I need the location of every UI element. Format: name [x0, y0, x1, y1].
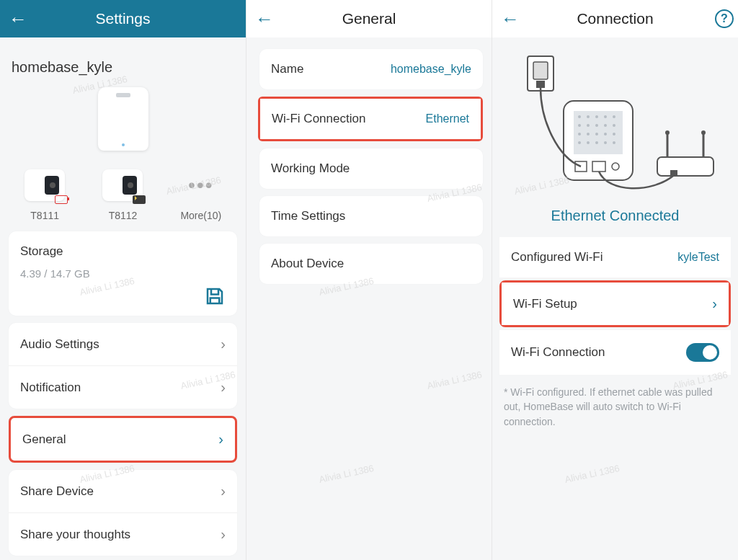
storage-card[interactable]: Storage 4.39 / 14.7 GB: [9, 231, 237, 316]
chevron-right-icon: ›: [221, 379, 226, 396]
svg-point-17: [595, 133, 598, 135]
svg-point-18: [604, 133, 607, 135]
row-wifi-connection-toggle: Wi-Fi Connection: [499, 330, 731, 375]
svg-point-22: [595, 141, 598, 144]
wifi-toggle[interactable]: [686, 343, 719, 362]
svg-point-21: [587, 141, 590, 144]
svg-point-10: [578, 124, 581, 127]
svg-point-32: [701, 130, 706, 135]
svg-point-6: [587, 115, 590, 118]
device-label: T8112: [109, 210, 138, 221]
svg-rect-1: [533, 62, 548, 79]
svg-point-15: [578, 133, 581, 135]
homebase-illustration: [0, 83, 246, 162]
camera-icon: [25, 169, 65, 201]
svg-point-9: [613, 115, 615, 118]
row-configured-wifi[interactable]: Configured Wi-Fi kyleTest: [499, 237, 731, 277]
back-icon[interactable]: ←: [9, 8, 27, 30]
svg-point-27: [612, 163, 619, 170]
battery-low-icon: [55, 195, 68, 204]
connection-status: Ethernet Connected: [492, 205, 738, 234]
general-title: General: [342, 10, 396, 27]
more-icon: •••: [181, 169, 221, 201]
svg-rect-26: [592, 161, 605, 172]
row-name[interactable]: Name homebase_kyle: [259, 49, 483, 89]
device-more[interactable]: ••• More(10): [169, 169, 234, 221]
storage-title: Storage: [20, 244, 63, 259]
svg-point-24: [613, 141, 615, 144]
settings-list: Audio Settings › Notification ›: [9, 323, 237, 409]
connection-header: ← Connection ?: [492, 0, 738, 37]
svg-point-19: [613, 133, 615, 135]
row-share-device[interactable]: Share Device ›: [9, 470, 237, 512]
settings-header: ← Settings: [0, 0, 246, 37]
device-item[interactable]: T8111: [12, 169, 77, 221]
chevron-right-icon: ›: [712, 295, 717, 312]
connection-title: Connection: [577, 10, 653, 27]
row-about-device[interactable]: About Device: [259, 244, 483, 284]
svg-point-31: [665, 130, 670, 135]
watermark: Alivia Li 1386: [426, 369, 483, 391]
general-header: ← General: [246, 0, 492, 37]
chevron-right-icon: ›: [221, 483, 226, 499]
back-icon[interactable]: ←: [255, 8, 274, 30]
svg-point-11: [587, 124, 590, 127]
svg-rect-28: [657, 157, 713, 176]
svg-rect-4: [574, 111, 623, 154]
device-label: T8111: [30, 210, 59, 221]
device-item[interactable]: T8112: [90, 169, 155, 221]
svg-point-20: [578, 141, 581, 144]
svg-point-14: [613, 124, 615, 127]
svg-point-23: [604, 141, 607, 144]
connection-illustration: [492, 37, 738, 205]
row-audio-settings[interactable]: Audio Settings ›: [9, 323, 237, 365]
settings-title: Settings: [96, 10, 151, 27]
row-share-thoughts[interactable]: Share your thoughts ›: [9, 512, 237, 556]
svg-rect-2: [536, 81, 545, 88]
wifi-footnote: * Wi-Fi configured. If ethernet cable wa…: [492, 378, 738, 436]
camera-icon: [102, 169, 143, 201]
wifi-value: Ethernet: [426, 112, 469, 125]
name-value: homebase_kyle: [391, 63, 471, 76]
svg-point-16: [587, 133, 590, 135]
back-icon[interactable]: ←: [501, 8, 520, 30]
row-wifi-setup[interactable]: Wi-Fi Setup ›: [499, 280, 731, 327]
save-icon[interactable]: [204, 285, 226, 307]
configured-wifi-value: kyleTest: [677, 251, 719, 264]
chevron-right-icon: ›: [218, 431, 223, 448]
row-time-settings[interactable]: Time Settings: [259, 196, 483, 236]
svg-point-5: [578, 115, 581, 118]
chevron-right-icon: ›: [221, 526, 226, 543]
watermark: Alivia Li 1386: [318, 463, 375, 485]
device-name: homebase_kyle: [0, 37, 246, 83]
svg-point-8: [604, 115, 607, 118]
row-notification[interactable]: Notification ›: [9, 365, 237, 409]
sub-device-row: T8111 T8112 ••• More(10): [0, 162, 246, 224]
device-label: More(10): [180, 210, 221, 221]
svg-point-13: [604, 124, 607, 127]
connection-panel: ← Connection ?: [492, 0, 738, 560]
settings-list-2: Share Device › Share your thoughts ›: [9, 470, 237, 556]
svg-point-12: [595, 124, 598, 127]
storage-usage: 4.39 / 14.7 GB: [9, 267, 237, 285]
row-general[interactable]: General ›: [9, 416, 237, 463]
svg-rect-33: [670, 170, 677, 176]
row-wifi-connection[interactable]: Wi-Fi Connection Ethernet: [258, 97, 483, 141]
battery-charging-icon: [133, 195, 146, 204]
watermark: Alivia Li 1386: [564, 463, 621, 485]
row-working-mode[interactable]: Working Mode: [259, 148, 483, 189]
help-icon[interactable]: ?: [715, 9, 734, 28]
svg-point-7: [595, 115, 598, 118]
settings-panel: ← Settings homebase_kyle T8111 T8112 •••…: [0, 0, 246, 560]
general-panel: ← General Name homebase_kyle Wi-Fi Conne…: [246, 0, 492, 560]
chevron-right-icon: ›: [221, 336, 226, 352]
